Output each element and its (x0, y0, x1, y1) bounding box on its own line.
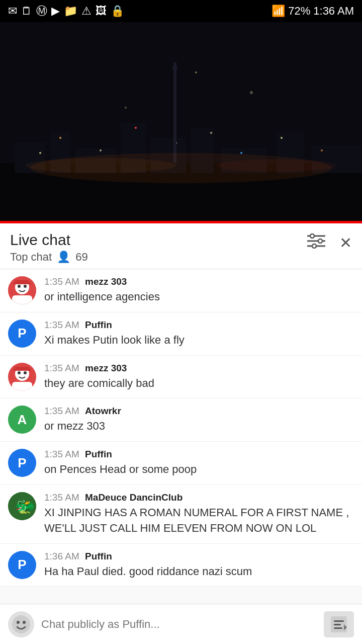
chat-input-field[interactable] (41, 618, 317, 631)
svg-point-51 (17, 621, 20, 624)
svg-point-44 (18, 371, 21, 374)
status-bar: ✉ 🗒 Ⓜ ▶ 📁 ⚠ 🖼 🔒 📶 72% 1:36 AM (0, 0, 362, 22)
svg-rect-47 (13, 369, 31, 371)
chat-content: 1:35 AM Puffin on Pences Head or some po… (44, 449, 354, 477)
chat-content: 1:35 AM MaDeuce DancinClub XI JINPING HA… (44, 492, 354, 536)
message-time: 1:35 AM (44, 363, 79, 373)
status-icons-left: ✉ 🗒 Ⓜ ▶ 📁 ⚠ 🖼 🔒 (8, 4, 124, 19)
svg-rect-54 (334, 620, 344, 622)
svg-point-13 (100, 149, 102, 151)
avatar: A (8, 406, 36, 434)
image-icon: 🖼 (96, 5, 107, 18)
svg-point-50 (12, 615, 30, 633)
list-item: A 1:35 AM Atowrkr or mezz 303 (0, 398, 362, 442)
lock-icon: 🔒 (111, 5, 124, 18)
list-item: 🐲 1:35 AM MaDeuce DancinClub XI JINPING … (0, 485, 362, 544)
svg-point-37 (18, 285, 21, 288)
message-time: 1:35 AM (44, 276, 79, 287)
message-icon: ✉ (8, 5, 17, 18)
username: Puffin (85, 319, 112, 330)
svg-point-31 (310, 234, 314, 238)
chat-content: 1:35 AM Atowrkr or mezz 303 (44, 406, 354, 434)
battery-text: 72% (288, 5, 310, 18)
avatar: P (8, 319, 36, 348)
svg-point-20 (195, 71, 197, 73)
chat-meta: 1:35 AM mezz 303 (44, 363, 354, 374)
live-chat-title: Live chat (10, 231, 88, 249)
svg-point-52 (23, 621, 26, 624)
svg-point-32 (318, 239, 322, 243)
message-time: 1:35 AM (44, 406, 79, 416)
filter-button[interactable] (307, 233, 325, 252)
close-button[interactable]: ✕ (339, 234, 352, 252)
progress-bar[interactable] (0, 221, 362, 223)
svg-point-17 (240, 152, 242, 154)
svg-point-27 (216, 159, 337, 172)
svg-point-16 (210, 132, 212, 134)
live-chat-header-left: Live chat Top chat 👤 69 (10, 231, 88, 264)
list-item: P 1:35 AM Puffin Xi makes Putin look lik… (0, 312, 362, 356)
time-display: 1:36 AM (313, 5, 354, 18)
folder-icon: 📁 (64, 5, 77, 18)
username: MaDeuce DancinClub (85, 492, 183, 503)
username: Puffin (85, 449, 112, 459)
message-time: 1:36 AM (44, 551, 79, 561)
username: mezz 303 (85, 363, 127, 373)
chat-meta: 1:35 AM Puffin (44, 319, 354, 331)
top-chat-label[interactable]: Top chat (10, 251, 52, 264)
avatar (8, 363, 36, 391)
svg-rect-23 (173, 62, 176, 163)
svg-point-45 (24, 371, 27, 374)
play-icon: ▶ (51, 5, 60, 18)
list-item: 1:35 AM mezz 303 or intelligence agencie… (0, 269, 362, 312)
chat-input-bar (0, 604, 362, 644)
wifi-icon: 📶 (272, 5, 285, 18)
alert-icon: ⚠ (81, 5, 92, 18)
list-item: P 1:35 AM Puffin on Pences Head or some … (0, 442, 362, 485)
list-item: 1:35 AM mezz 303 they are comically bad (0, 356, 362, 399)
message-time: 1:35 AM (44, 319, 79, 330)
svg-point-21 (250, 91, 253, 94)
svg-point-38 (24, 285, 27, 288)
username: Atowrkr (85, 406, 121, 416)
viewer-count: 69 (75, 251, 87, 264)
svg-point-26 (25, 158, 176, 173)
live-chat-sub: Top chat 👤 69 (10, 251, 88, 264)
svg-point-33 (312, 244, 316, 248)
chat-content: 1:36 AM Puffin Ha ha Paul died. good rid… (44, 551, 354, 580)
message-time: 1:35 AM (44, 449, 79, 459)
chat-content: 1:35 AM mezz 303 or intelligence agencie… (44, 276, 354, 305)
svg-rect-43 (12, 382, 32, 391)
chat-text: or mezz 303 (44, 419, 354, 434)
svg-point-22 (125, 107, 127, 109)
svg-text:🐲: 🐲 (15, 497, 35, 516)
svg-point-12 (59, 137, 61, 139)
avatar: 🐲 (8, 492, 36, 520)
svg-rect-40 (13, 282, 31, 284)
emoji-button[interactable] (8, 611, 34, 637)
avatar (8, 276, 36, 304)
send-button[interactable] (324, 611, 354, 637)
notification-icon: 🗒 (21, 5, 32, 18)
chat-meta: 1:36 AM Puffin (44, 551, 354, 562)
list-item: P 1:36 AM Puffin Ha ha Paul died. good r… (0, 544, 362, 587)
chat-meta: 1:35 AM MaDeuce DancinClub (44, 492, 354, 503)
live-chat-header: Live chat Top chat 👤 69 ✕ (0, 223, 362, 269)
chat-text: on Pences Head or some poop (44, 462, 354, 477)
username: mezz 303 (85, 276, 127, 287)
video-player[interactable] (0, 22, 362, 223)
svg-point-18 (281, 137, 283, 139)
avatar: P (8, 551, 36, 579)
svg-rect-56 (334, 627, 342, 629)
avatar: P (8, 449, 36, 477)
chat-meta: 1:35 AM mezz 303 (44, 276, 354, 287)
status-icons-right: 📶 72% 1:36 AM (272, 5, 354, 18)
svg-rect-55 (334, 624, 341, 625)
svg-point-19 (321, 149, 323, 151)
svg-rect-36 (12, 295, 32, 304)
svg-point-14 (135, 127, 137, 129)
chat-content: 1:35 AM mezz 303 they are comically bad (44, 363, 354, 391)
chat-text: XI JINPING HAS A ROMAN NUMERAL FOR A FIR… (44, 505, 354, 536)
chat-list: 1:35 AM mezz 303 or intelligence agencie… (0, 269, 362, 627)
chat-text: or intelligence agencies (44, 289, 354, 305)
